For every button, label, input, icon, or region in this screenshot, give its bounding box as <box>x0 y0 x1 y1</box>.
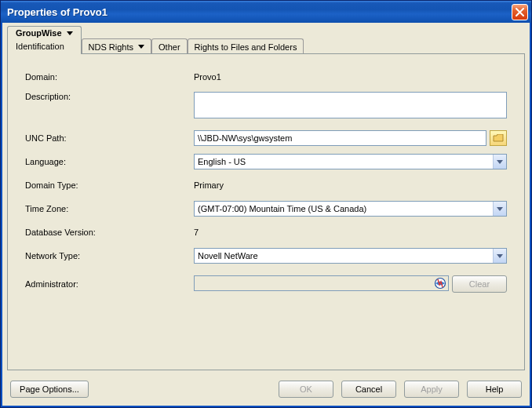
chevron-down-icon <box>497 207 503 211</box>
language-label: Language: <box>25 157 194 166</box>
dropdown-icon <box>67 31 73 35</box>
help-button[interactable]: Help <box>467 381 522 398</box>
tab-groupwise[interactable]: GroupWise Identification <box>7 26 82 54</box>
clear-button[interactable]: Clear <box>452 275 507 293</box>
tab-label: NDS Rights <box>89 42 133 52</box>
networktype-label: Network Type: <box>25 251 194 260</box>
dbversion-label: Database Version: <box>25 228 194 237</box>
uncpath-label: UNC Path: <box>25 133 194 143</box>
cancel-button[interactable]: Cancel <box>341 381 396 398</box>
properties-window: Properties of Provo1 GroupWise Identific… <box>0 0 532 408</box>
uncpath-browse-button[interactable] <box>490 130 508 146</box>
uncpath-input[interactable] <box>194 130 486 146</box>
administrator-value <box>195 282 432 285</box>
tab-sublabel: Identification <box>16 42 64 51</box>
description-label: Description: <box>25 92 194 101</box>
tab-rights-files-folders[interactable]: Rights to Files and Folders <box>188 38 304 54</box>
dropdown-button[interactable] <box>493 249 506 263</box>
timezone-select[interactable]: (GMT-07:00) Mountain Time (US & Canada) <box>194 201 507 217</box>
networktype-value: Novell NetWare <box>195 250 493 262</box>
administrator-browse-button[interactable] <box>432 277 448 290</box>
dropdown-button[interactable] <box>493 202 506 216</box>
description-input[interactable] <box>194 92 507 118</box>
language-select[interactable]: English - US <box>194 154 507 169</box>
ok-button[interactable]: OK <box>279 381 333 398</box>
administrator-label: Administrator: <box>25 279 194 289</box>
tabpanel-identification: Domain: Provo1 Description: UNC Path: <box>7 53 525 370</box>
networktype-select[interactable]: Novell NetWare <box>194 248 507 264</box>
chevron-down-icon <box>497 254 503 258</box>
window-title: Properties of Provo1 <box>7 6 510 18</box>
close-button[interactable] <box>512 4 528 20</box>
chevron-down-icon <box>497 160 503 164</box>
tab-label: GroupWise <box>16 28 62 38</box>
titlebar: Properties of Provo1 <box>1 1 531 23</box>
domain-value: Provo1 <box>194 72 221 82</box>
domaintype-label: Domain Type: <box>25 180 194 190</box>
language-value: English - US <box>195 155 493 168</box>
tab-other[interactable]: Other <box>151 38 188 54</box>
tab-label: Rights to Files and Folders <box>195 42 297 52</box>
nds-browse-icon <box>434 277 446 290</box>
dropdown-button[interactable] <box>493 155 506 169</box>
timezone-label: Time Zone: <box>25 204 194 213</box>
tab-label: Other <box>159 42 180 52</box>
tab-strip: GroupWise Identification NDS Rights Othe… <box>2 23 530 54</box>
tab-nds-rights[interactable]: NDS Rights <box>82 38 151 54</box>
dialog-footer: Page Options... OK Cancel Apply Help <box>2 376 530 406</box>
domain-label: Domain: <box>25 72 194 82</box>
apply-button[interactable]: Apply <box>404 381 459 398</box>
page-options-button[interactable]: Page Options... <box>10 381 89 398</box>
dbversion-value: 7 <box>194 228 199 237</box>
dropdown-icon <box>138 45 144 49</box>
client-area: GroupWise Identification NDS Rights Othe… <box>1 23 531 407</box>
folder-icon <box>493 134 504 143</box>
domaintype-value: Primary <box>194 180 224 190</box>
administrator-field <box>194 275 449 291</box>
timezone-value: (GMT-07:00) Mountain Time (US & Canada) <box>195 202 493 215</box>
close-icon <box>516 8 524 16</box>
